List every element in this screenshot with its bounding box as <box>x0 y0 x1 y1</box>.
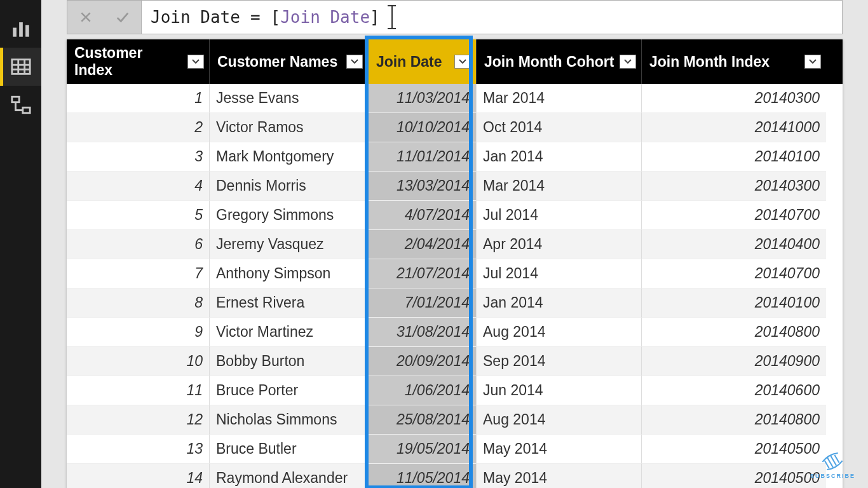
formula-close-bracket: ] <box>370 8 380 27</box>
table-row[interactable]: 8Ernest Rivera7/01/2014Jan 201420140100 <box>67 288 843 318</box>
formula-column-ref: Join Date <box>280 8 370 27</box>
column-filter-button[interactable] <box>454 55 471 69</box>
cell-customer-name: Raymond Alexander <box>210 464 369 488</box>
svg-rect-9 <box>22 107 29 113</box>
cell-join-date: 21/07/2014 <box>369 259 477 288</box>
table-row[interactable]: 2Victor Ramos10/10/2014Oct 201420141000 <box>67 113 843 142</box>
column-header[interactable]: Customer Index <box>67 39 210 84</box>
chevron-down-icon <box>809 59 817 64</box>
cell-customer-index: 2 <box>67 113 210 142</box>
svg-line-13 <box>835 455 839 463</box>
subscribe-watermark: SUBSCRIBE <box>810 452 855 479</box>
formula-bar-buttons <box>67 0 141 34</box>
cell-customer-index: 12 <box>67 405 210 435</box>
report-view-button[interactable] <box>0 10 41 48</box>
column-header-label: Customer Names <box>217 53 337 71</box>
table-row[interactable]: 10Bobby Burton20/09/2014Sep 201420140900 <box>67 347 843 376</box>
cell-customer-name: Dennis Morris <box>210 172 369 201</box>
cell-customer-index: 9 <box>67 318 210 347</box>
check-icon <box>114 10 131 24</box>
formula-open-bracket: [ <box>271 8 281 27</box>
cell-customer-name: Bobby Burton <box>210 347 369 376</box>
svg-rect-1 <box>19 22 23 37</box>
commit-formula-button[interactable] <box>104 1 141 34</box>
cell-join-month-cohort: Jan 2014 <box>477 142 642 172</box>
table-row[interactable]: 7Anthony Simpson21/07/2014Jul 2014201407… <box>67 259 843 288</box>
cell-join-date: 10/10/2014 <box>369 113 477 142</box>
cell-join-month-cohort: May 2014 <box>477 464 642 488</box>
table-row[interactable]: 13Bruce Butler19/05/2014May 201420140500 <box>67 435 843 464</box>
cell-join-date: 13/03/2014 <box>369 172 477 201</box>
cell-join-month-index: 20140700 <box>642 201 826 230</box>
column-header[interactable]: Join Month Index <box>642 39 826 84</box>
cell-join-month-cohort: Jul 2014 <box>477 201 642 230</box>
cell-join-month-cohort: Sep 2014 <box>477 347 642 376</box>
main-area: Join Date=[Join Date] Customer IndexCust… <box>41 0 868 488</box>
model-icon <box>10 94 32 116</box>
column-filter-button[interactable] <box>346 55 363 69</box>
cancel-formula-button[interactable] <box>67 1 104 34</box>
column-filter-button[interactable] <box>620 55 636 69</box>
view-sidebar <box>0 0 41 488</box>
chevron-down-icon <box>192 59 200 64</box>
cell-join-month-cohort: Mar 2014 <box>477 172 642 201</box>
formula-equals: = <box>250 8 261 27</box>
table-row[interactable]: 14Raymond Alexander11/05/2014May 2014201… <box>67 464 843 488</box>
cell-customer-index: 6 <box>67 230 210 259</box>
cell-join-month-index: 20140400 <box>642 230 826 259</box>
cell-join-date: 11/03/2014 <box>369 84 477 113</box>
svg-rect-8 <box>11 97 18 102</box>
chevron-down-icon <box>459 59 466 64</box>
cell-customer-index: 1 <box>67 84 210 113</box>
cell-customer-index: 3 <box>67 142 210 172</box>
cell-customer-name: Ernest Rivera <box>210 288 369 318</box>
table-row[interactable]: 3Mark Montgomery11/01/2014Jan 2014201401… <box>67 142 843 172</box>
model-view-button[interactable] <box>0 86 41 124</box>
column-header[interactable]: Customer Names <box>210 39 369 84</box>
subscribe-label: SUBSCRIBE <box>810 473 855 479</box>
cell-join-month-index: 20140300 <box>642 172 826 201</box>
cell-join-date: 19/05/2014 <box>369 435 477 464</box>
column-header[interactable]: Join Date <box>369 39 477 84</box>
cell-customer-index: 10 <box>67 347 210 376</box>
cell-join-month-index: 20140100 <box>642 142 826 172</box>
table-row[interactable]: 9Victor Martinez31/08/2014Aug 2014201408… <box>67 318 843 347</box>
cell-customer-name: Nicholas Simmons <box>210 405 369 435</box>
cell-customer-name: Bruce Butler <box>210 435 369 464</box>
cell-join-month-cohort: Aug 2014 <box>477 405 642 435</box>
cell-join-date: 11/05/2014 <box>369 464 477 488</box>
cell-customer-index: 4 <box>67 172 210 201</box>
formula-input[interactable]: Join Date=[Join Date] <box>141 0 843 34</box>
data-view-button[interactable] <box>0 48 41 86</box>
column-header-label: Join Month Index <box>649 53 770 71</box>
dna-icon <box>820 452 845 471</box>
table-row[interactable]: 11Bruce Porter1/06/2014Jun 201420140600 <box>67 376 843 405</box>
table-row[interactable]: 12Nicholas Simmons25/08/2014Aug 20142014… <box>67 405 843 435</box>
cell-customer-name: Jesse Evans <box>210 84 369 113</box>
column-filter-button[interactable] <box>804 55 821 69</box>
svg-line-10 <box>825 461 829 468</box>
cell-join-date: 7/01/2014 <box>369 288 477 318</box>
formula-measure-name: Join Date <box>151 8 240 27</box>
column-header[interactable]: Join Month Cohort <box>477 39 642 84</box>
cell-join-date: 31/08/2014 <box>369 318 477 347</box>
cell-join-month-cohort: Oct 2014 <box>477 113 642 142</box>
cell-join-month-index: 20140800 <box>642 405 826 435</box>
table-header-row: Customer IndexCustomer NamesJoin DateJoi… <box>67 39 843 84</box>
table-row[interactable]: 5Gregory Simmons4/07/2014Jul 20142014070… <box>67 201 843 230</box>
table-body: 1Jesse Evans11/03/2014Mar 2014201403002V… <box>67 84 843 488</box>
column-filter-button[interactable] <box>187 55 204 69</box>
cell-join-month-index: 20140100 <box>642 288 826 318</box>
cell-join-month-index: 20141000 <box>642 113 826 142</box>
cell-customer-name: Victor Martinez <box>210 318 369 347</box>
cell-join-month-index: 20140300 <box>642 84 826 113</box>
cell-join-month-cohort: Jul 2014 <box>477 259 642 288</box>
cell-customer-name: Anthony Simpson <box>210 259 369 288</box>
table-row[interactable]: 4Dennis Morris13/03/2014Mar 201420140300 <box>67 172 843 201</box>
cell-join-month-index: 20140700 <box>642 259 826 288</box>
table-row[interactable]: 1Jesse Evans11/03/2014Mar 201420140300 <box>67 84 843 113</box>
bar-chart-icon <box>10 18 32 39</box>
column-header-label: Join Date <box>376 53 442 71</box>
cell-customer-name: Jeremy Vasquez <box>210 230 369 259</box>
table-row[interactable]: 6Jeremy Vasquez2/04/2014Apr 201420140400 <box>67 230 843 259</box>
